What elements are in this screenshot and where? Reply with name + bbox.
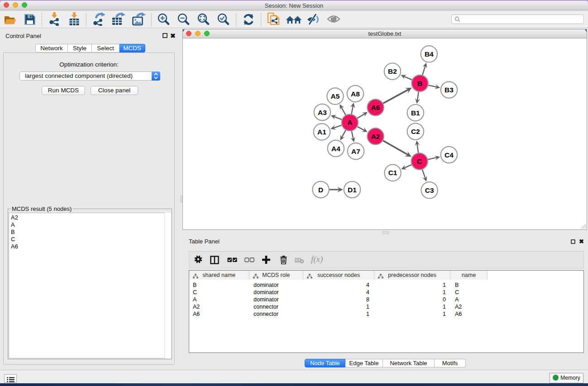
- svg-text:B3: B3: [445, 86, 454, 94]
- svg-text:C: C: [417, 157, 422, 165]
- svg-text:A2: A2: [371, 133, 380, 140]
- svg-text:B4: B4: [425, 50, 434, 58]
- svg-text:A8: A8: [351, 90, 360, 98]
- svg-text:C2: C2: [411, 128, 420, 135]
- svg-text:B: B: [417, 80, 422, 87]
- svg-text:A4: A4: [331, 145, 340, 152]
- svg-text:A: A: [347, 119, 352, 126]
- svg-text:C4: C4: [445, 151, 454, 159]
- svg-text:A1: A1: [317, 128, 326, 136]
- svg-text:A5: A5: [331, 92, 340, 100]
- svg-text:D: D: [318, 186, 323, 194]
- svg-text:B2: B2: [388, 67, 397, 75]
- svg-text:C3: C3: [425, 186, 434, 194]
- svg-text:A3: A3: [318, 109, 327, 116]
- svg-text:C1: C1: [388, 169, 397, 176]
- svg-text:A7: A7: [351, 148, 360, 155]
- svg-text:A6: A6: [371, 104, 380, 111]
- svg-text:B1: B1: [411, 109, 420, 117]
- svg-text:D1: D1: [348, 186, 357, 194]
